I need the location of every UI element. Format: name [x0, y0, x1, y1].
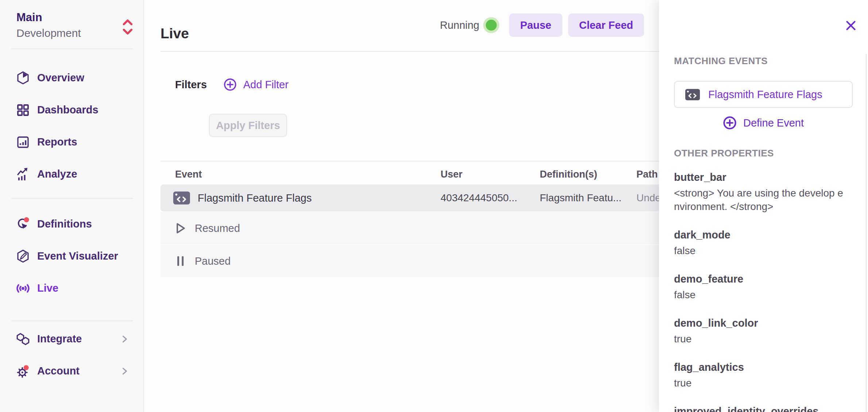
property-name: dark_mode [674, 229, 856, 241]
project-name: Main [16, 11, 42, 24]
sidebar-item-account[interactable]: Account [0, 355, 144, 387]
apply-filters-button[interactable]: Apply Filters [209, 114, 287, 137]
plus-circle-icon [224, 78, 237, 91]
play-icon [173, 221, 187, 236]
define-event-button[interactable]: Define Event [674, 114, 853, 132]
property-item: demo_feature false [674, 273, 856, 302]
chevron-right-icon [121, 367, 129, 377]
user-id: 403424445050... [441, 192, 540, 204]
property-name: improved_identity_overrides [674, 405, 856, 412]
sidebar-item-event-visualizer[interactable]: Event Visualizer [0, 240, 144, 272]
plus-circle-icon [723, 116, 737, 130]
properties-list: butter_bar <strong> You are using the de… [674, 171, 856, 412]
page-title: Live [160, 26, 189, 42]
event-name: Flagsmith Feature Flags [198, 192, 312, 204]
event-details-panel: MATCHING EVENTS Flagsmith Feature Flags … [659, 0, 868, 412]
code-window-icon [685, 88, 700, 101]
overview-icon [15, 70, 31, 86]
table-header-row: Event User Definition(s) Path [160, 164, 659, 184]
reports-icon [15, 135, 31, 150]
feed-status-label: Running [440, 19, 479, 31]
event-name: Paused [195, 255, 230, 267]
sidebar-item-definitions[interactable]: Definitions [0, 208, 144, 240]
column-header-definitions: Definition(s) [540, 169, 636, 180]
event-visualizer-icon [15, 249, 31, 264]
property-item: flag_analytics true [674, 361, 856, 390]
chevron-up-down-icon[interactable] [121, 18, 134, 37]
matching-events-label: MATCHING EVENTS [674, 55, 768, 67]
sidebar-item-live[interactable]: Live [0, 272, 144, 304]
sidebar-item-label: Event Visualizer [37, 250, 118, 262]
define-event-label: Define Event [743, 117, 804, 129]
event-name: Resumed [195, 222, 240, 234]
live-icon [15, 281, 31, 296]
code-window-icon [173, 190, 190, 206]
table-row[interactable]: Paused [160, 244, 659, 277]
sidebar-item-label: Dashboards [37, 104, 98, 116]
panel-scrollbar[interactable] [866, 54, 867, 412]
sidebar-item-label: Integrate [37, 333, 82, 345]
main-content: Live Running Pause Clear Feed Filters Ad… [145, 0, 659, 412]
property-name: demo_link_color [674, 317, 856, 329]
sidebar-item-dashboards[interactable]: Dashboards [0, 94, 144, 126]
add-filter-label: Add Filter [243, 79, 288, 91]
sidebar: Main Development Overview [0, 0, 144, 412]
filters-label: Filters [175, 79, 207, 91]
account-icon [15, 364, 31, 379]
clear-feed-button[interactable]: Clear Feed [568, 13, 644, 37]
sidebar-item-label: Live [37, 282, 58, 294]
sidebar-item-integrate[interactable]: Integrate [0, 323, 144, 355]
environment-name: Development [16, 27, 81, 39]
property-name: butter_bar [674, 171, 856, 183]
table-row[interactable]: Flagsmith Feature Flags 403424445050... … [160, 184, 659, 211]
matching-event-name: Flagsmith Feature Flags [708, 89, 822, 101]
analyze-icon [15, 167, 31, 182]
chevron-right-icon [121, 335, 129, 345]
add-filter-button[interactable]: Add Filter [224, 78, 288, 91]
running-status-dot [486, 20, 497, 31]
integrate-icon [15, 331, 31, 347]
property-item: improved_identity_overrides false [674, 405, 856, 412]
property-value: true [674, 376, 856, 390]
sidebar-item-label: Analyze [37, 168, 77, 180]
environment-switcher[interactable]: Main Development [0, 8, 144, 44]
sidebar-item-label: Reports [37, 136, 77, 148]
pause-button[interactable]: Pause [509, 13, 562, 37]
definition-name: Flagsmith Featu... [540, 192, 636, 204]
property-value: <strong> You are using the develop e nvi… [674, 186, 856, 213]
table-divider [160, 161, 659, 162]
property-item: demo_link_color true [674, 317, 856, 346]
sidebar-item-reports[interactable]: Reports [0, 126, 144, 158]
definitions-icon [15, 217, 31, 232]
sidebar-item-overview[interactable]: Overview [0, 62, 144, 94]
feed-controls: Running Pause Clear Feed [440, 13, 644, 37]
column-header-path: Path [636, 169, 659, 180]
property-value: true [674, 332, 856, 346]
live-feed-table: Event User Definition(s) Path Flagsmith … [160, 164, 659, 277]
property-value: false [674, 288, 856, 302]
pause-icon [173, 254, 187, 268]
sidebar-item-label: Definitions [37, 218, 92, 230]
sidebar-item-label: Overview [37, 72, 84, 84]
sidebar-item-analyze[interactable]: Analyze [0, 158, 144, 190]
other-properties-label: OTHER PROPERTIES [674, 148, 774, 159]
app-root: Main Development Overview [0, 0, 868, 412]
sidebar-item-label: Account [37, 365, 80, 377]
matching-event-item[interactable]: Flagsmith Feature Flags [674, 81, 853, 108]
sidebar-divider [11, 198, 133, 199]
dashboards-icon [15, 102, 31, 118]
property-name: demo_feature [674, 273, 856, 285]
property-value: false [674, 244, 856, 257]
path-value: Unde [636, 192, 661, 204]
table-row[interactable]: Resumed [160, 211, 659, 244]
property-item: dark_mode false [674, 229, 856, 257]
column-header-event: Event [160, 169, 441, 180]
sidebar-divider [11, 320, 133, 321]
sidebar-divider [11, 48, 133, 49]
property-name: flag_analytics [674, 361, 856, 373]
property-item: butter_bar <strong> You are using the de… [674, 171, 856, 213]
column-header-user: User [441, 169, 540, 180]
header-divider [160, 51, 659, 52]
close-icon[interactable] [844, 19, 859, 34]
